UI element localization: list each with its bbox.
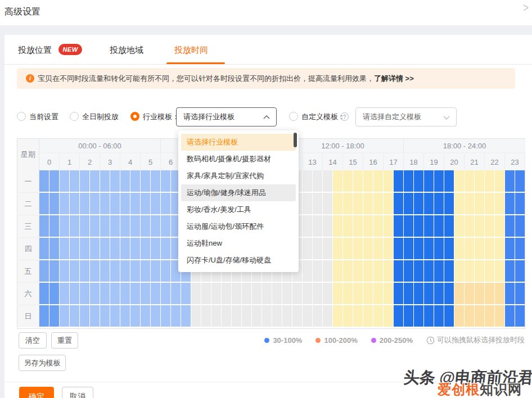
schedule-cell[interactable] [60,305,69,327]
hour-label-16[interactable]: 16 [363,154,384,170]
schedule-cell[interactable] [282,305,292,327]
hour-label-17[interactable]: 17 [384,154,404,170]
schedule-cell[interactable] [313,305,322,327]
schedule-cell[interactable] [60,170,69,192]
schedule-cell[interactable] [373,238,383,259]
schedule-cell[interactable] [313,238,322,259]
schedule-cell[interactable] [151,238,160,259]
schedule-cell[interactable] [485,260,494,282]
schedule-cell[interactable] [161,193,170,214]
day-label-1[interactable]: 一 [17,170,39,193]
schedule-cell[interactable] [444,193,454,214]
schedule-cell[interactable] [424,305,434,327]
schedule-cell[interactable] [120,283,130,304]
industry-template-select[interactable]: 请选择行业模板 [176,107,277,126]
schedule-cell[interactable] [70,260,79,282]
schedule-cell[interactable] [454,215,464,237]
schedule-cell[interactable] [80,170,89,192]
hour-label-0[interactable]: 0 [39,154,60,170]
schedule-cell[interactable] [90,193,100,214]
schedule-cell[interactable] [384,170,393,192]
schedule-cell[interactable] [343,283,353,304]
schedule-cell[interactable] [343,260,353,282]
schedule-cell[interactable] [120,170,130,192]
schedule-cell[interactable] [353,170,363,192]
schedule-cell[interactable] [424,170,434,192]
schedule-cell[interactable] [434,260,444,282]
schedule-cell[interactable] [414,170,423,192]
schedule-cell[interactable] [343,215,353,237]
schedule-cell[interactable] [444,215,454,237]
schedule-cell[interactable] [505,193,515,214]
schedule-cell[interactable] [333,305,342,327]
schedule-cell[interactable] [394,260,403,282]
schedule-cell[interactable] [313,193,322,214]
radio-industry-template-label[interactable]: 行业模板： [143,107,179,126]
schedule-cell[interactable] [323,215,332,237]
schedule-cell[interactable] [100,238,110,259]
schedule-cell[interactable] [485,170,494,192]
help-icon[interactable]: ? [340,112,349,121]
radio-all-day[interactable] [70,112,79,121]
schedule-cell[interactable] [130,170,140,192]
schedule-cell[interactable] [49,215,59,237]
hour-label-1[interactable]: 1 [60,154,80,170]
tab-placement[interactable]: 投放位置 [18,45,52,56]
schedule-cell[interactable] [454,305,464,327]
schedule-cell[interactable] [434,283,444,304]
schedule-cell[interactable] [110,215,120,237]
schedule-cell[interactable] [373,305,383,327]
schedule-cell[interactable] [90,305,100,327]
schedule-cell[interactable] [252,305,262,327]
schedule-cell[interactable] [505,170,515,192]
schedule-cell[interactable] [414,283,423,304]
hour-label-5[interactable]: 5 [141,154,161,170]
schedule-cell[interactable] [373,193,383,214]
schedule-cell[interactable] [141,170,150,192]
schedule-cell[interactable] [70,193,79,214]
schedule-cell[interactable] [60,215,69,237]
schedule-cell[interactable] [141,283,150,304]
schedule-cell[interactable] [161,305,170,327]
schedule-cell[interactable] [323,170,332,192]
schedule-cell[interactable] [120,193,130,214]
schedule-cell[interactable] [384,238,393,259]
schedule-cell[interactable] [303,283,312,304]
schedule-cell[interactable] [475,283,484,304]
schedule-cell[interactable] [384,215,393,237]
schedule-cell[interactable] [343,170,353,192]
schedule-cell[interactable] [363,260,373,282]
schedule-cell[interactable] [353,283,363,304]
schedule-cell[interactable] [424,238,434,259]
schedule-cell[interactable] [191,283,201,304]
schedule-cell[interactable] [151,260,160,282]
schedule-cell[interactable] [90,283,100,304]
schedule-cell[interactable] [130,238,140,259]
schedule-cell[interactable] [211,305,221,327]
schedule-cell[interactable] [90,170,100,192]
schedule-cell[interactable] [292,305,302,327]
hour-label-22[interactable]: 22 [485,154,505,170]
schedule-cell[interactable] [495,283,504,304]
schedule-cell[interactable] [515,238,525,259]
schedule-cell[interactable] [404,170,413,192]
schedule-cell[interactable] [465,305,474,327]
schedule-cell[interactable] [80,260,89,282]
radio-current-setting[interactable] [17,112,26,121]
schedule-cell[interactable] [495,238,504,259]
schedule-cell[interactable] [333,283,342,304]
schedule-cell[interactable] [444,260,454,282]
dropdown-item[interactable]: 数码相机/摄像机/摄影器材 [181,151,296,168]
schedule-cell[interactable] [49,193,59,214]
schedule-cell[interactable] [373,170,383,192]
schedule-cell[interactable] [161,260,170,282]
schedule-cell[interactable] [495,193,504,214]
schedule-cell[interactable] [222,305,231,327]
schedule-cell[interactable] [384,283,393,304]
schedule-cell[interactable] [242,283,251,304]
schedule-cell[interactable] [454,260,464,282]
schedule-cell[interactable] [495,305,504,327]
schedule-cell[interactable] [495,260,504,282]
schedule-cell[interactable] [191,305,201,327]
schedule-cell[interactable] [222,283,231,304]
